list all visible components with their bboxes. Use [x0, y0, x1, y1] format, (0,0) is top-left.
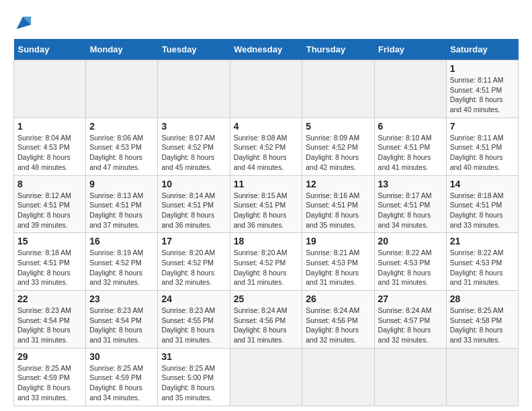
- calendar-cell: 17Sunrise: 8:20 AM Sunset: 4:52 PM Dayli…: [158, 233, 230, 291]
- calendar-cell: 2Sunrise: 8:06 AM Sunset: 4:53 PM Daylig…: [86, 118, 158, 175]
- day-detail: Sunrise: 8:22 AM Sunset: 4:53 PM Dayligh…: [450, 248, 515, 287]
- day-number: 2: [89, 121, 154, 132]
- calendar-cell: [374, 60, 446, 118]
- calendar-cell: [86, 60, 158, 118]
- day-detail: Sunrise: 8:22 AM Sunset: 4:53 PM Dayligh…: [378, 248, 443, 287]
- calendar-cell: 31Sunrise: 8:25 AM Sunset: 5:00 PM Dayli…: [158, 348, 230, 406]
- day-detail: Sunrise: 8:18 AM Sunset: 4:51 PM Dayligh…: [17, 248, 82, 287]
- day-detail: Sunrise: 8:20 AM Sunset: 4:52 PM Dayligh…: [234, 248, 299, 287]
- day-number: 1: [450, 63, 515, 74]
- day-number: 19: [306, 236, 370, 246]
- day-number: 28: [450, 293, 515, 304]
- day-detail: Sunrise: 8:11 AM Sunset: 4:51 PM Dayligh…: [450, 133, 515, 173]
- day-detail: Sunrise: 8:16 AM Sunset: 4:51 PM Dayligh…: [306, 191, 370, 230]
- day-detail: Sunrise: 8:06 AM Sunset: 4:53 PM Dayligh…: [89, 133, 154, 173]
- calendar-cell: 23Sunrise: 8:23 AM Sunset: 4:54 PM Dayli…: [86, 291, 158, 349]
- day-detail: Sunrise: 8:25 AM Sunset: 4:59 PM Dayligh…: [89, 363, 154, 403]
- calendar-cell: 20Sunrise: 8:22 AM Sunset: 4:53 PM Dayli…: [374, 233, 446, 291]
- day-number: 29: [17, 351, 82, 362]
- calendar-cell: 14Sunrise: 8:18 AM Sunset: 4:51 PM Dayli…: [446, 175, 518, 233]
- day-number: 4: [234, 121, 299, 132]
- day-detail: Sunrise: 8:25 AM Sunset: 4:59 PM Dayligh…: [17, 363, 82, 403]
- calendar-cell: 27Sunrise: 8:24 AM Sunset: 4:57 PM Dayli…: [374, 291, 446, 349]
- calendar-cell: 19Sunrise: 8:21 AM Sunset: 4:53 PM Dayli…: [302, 233, 374, 291]
- day-number: 12: [306, 179, 370, 189]
- day-detail: Sunrise: 8:15 AM Sunset: 4:51 PM Dayligh…: [234, 191, 299, 230]
- day-detail: Sunrise: 8:12 AM Sunset: 4:51 PM Dayligh…: [17, 191, 82, 230]
- calendar-cell: 12Sunrise: 8:16 AM Sunset: 4:51 PM Dayli…: [302, 175, 374, 233]
- day-detail: Sunrise: 8:04 AM Sunset: 4:53 PM Dayligh…: [17, 133, 82, 173]
- day-number: 23: [89, 293, 154, 304]
- calendar-cell: 1Sunrise: 8:11 AM Sunset: 4:51 PM Daylig…: [446, 60, 518, 118]
- day-number: 3: [161, 121, 226, 132]
- calendar-cell: 25Sunrise: 8:24 AM Sunset: 4:56 PM Dayli…: [230, 291, 302, 349]
- day-number: 25: [234, 293, 299, 304]
- calendar-cell: [230, 60, 302, 118]
- day-number: 26: [306, 293, 370, 304]
- day-number: 10: [161, 179, 226, 189]
- calendar-cell: [230, 348, 302, 406]
- day-detail: Sunrise: 8:21 AM Sunset: 4:53 PM Dayligh…: [306, 248, 370, 287]
- day-number: 5: [306, 121, 370, 132]
- calendar-cell: 1Sunrise: 8:04 AM Sunset: 4:53 PM Daylig…: [14, 118, 86, 175]
- calendar-cell: 10Sunrise: 8:14 AM Sunset: 4:51 PM Dayli…: [158, 175, 230, 233]
- header-friday: Friday: [374, 39, 446, 60]
- header-sunday: Sunday: [14, 39, 86, 60]
- calendar-cell: 28Sunrise: 8:25 AM Sunset: 4:58 PM Dayli…: [446, 291, 518, 349]
- day-number: 21: [450, 236, 515, 246]
- day-number: 22: [17, 293, 82, 304]
- day-number: 20: [378, 236, 443, 246]
- page-header: [13, 13, 519, 32]
- calendar-cell: 3Sunrise: 8:07 AM Sunset: 4:52 PM Daylig…: [158, 118, 230, 175]
- calendar-cell: 7Sunrise: 8:11 AM Sunset: 4:51 PM Daylig…: [446, 118, 518, 175]
- day-detail: Sunrise: 8:18 AM Sunset: 4:51 PM Dayligh…: [450, 191, 515, 230]
- day-detail: Sunrise: 8:08 AM Sunset: 4:52 PM Dayligh…: [234, 133, 299, 173]
- calendar-cell: [158, 60, 230, 118]
- day-number: 8: [17, 179, 82, 189]
- calendar-cell: [14, 60, 86, 118]
- day-number: 17: [161, 236, 226, 246]
- calendar-week-row: 15Sunrise: 8:18 AM Sunset: 4:51 PM Dayli…: [14, 233, 519, 291]
- header-tuesday: Tuesday: [158, 39, 230, 60]
- header-wednesday: Wednesday: [230, 39, 302, 60]
- day-number: 15: [17, 236, 82, 246]
- calendar-cell: 11Sunrise: 8:15 AM Sunset: 4:51 PM Dayli…: [230, 175, 302, 233]
- calendar-week-row: 29Sunrise: 8:25 AM Sunset: 4:59 PM Dayli…: [14, 348, 519, 406]
- calendar-cell: 15Sunrise: 8:18 AM Sunset: 4:51 PM Dayli…: [14, 233, 86, 291]
- calendar-cell: 18Sunrise: 8:20 AM Sunset: 4:52 PM Dayli…: [230, 233, 302, 291]
- calendar-cell: 5Sunrise: 8:09 AM Sunset: 4:52 PM Daylig…: [302, 118, 374, 175]
- calendar-week-row: 1Sunrise: 8:04 AM Sunset: 4:53 PM Daylig…: [14, 118, 519, 175]
- day-detail: Sunrise: 8:25 AM Sunset: 5:00 PM Dayligh…: [161, 363, 226, 403]
- calendar-cell: 4Sunrise: 8:08 AM Sunset: 4:52 PM Daylig…: [230, 118, 302, 175]
- day-number: 14: [450, 179, 515, 189]
- day-detail: Sunrise: 8:23 AM Sunset: 4:54 PM Dayligh…: [89, 306, 154, 345]
- calendar-cell: 24Sunrise: 8:23 AM Sunset: 4:55 PM Dayli…: [158, 291, 230, 349]
- day-number: 16: [89, 236, 154, 246]
- day-detail: Sunrise: 8:07 AM Sunset: 4:52 PM Dayligh…: [161, 133, 226, 173]
- calendar-week-row: 8Sunrise: 8:12 AM Sunset: 4:51 PM Daylig…: [14, 175, 519, 233]
- day-number: 6: [378, 121, 443, 132]
- day-detail: Sunrise: 8:20 AM Sunset: 4:52 PM Dayligh…: [161, 248, 226, 287]
- calendar-week-row: 22Sunrise: 8:23 AM Sunset: 4:54 PM Dayli…: [14, 291, 519, 349]
- day-number: 11: [234, 179, 299, 189]
- day-detail: Sunrise: 8:19 AM Sunset: 4:52 PM Dayligh…: [89, 248, 154, 287]
- day-number: 9: [89, 179, 154, 189]
- day-number: 27: [378, 293, 443, 304]
- day-number: 13: [378, 179, 443, 189]
- calendar-cell: 26Sunrise: 8:24 AM Sunset: 4:56 PM Dayli…: [302, 291, 374, 349]
- day-number: 1: [17, 121, 82, 132]
- day-number: 30: [89, 351, 154, 362]
- header-thursday: Thursday: [302, 39, 374, 60]
- calendar-cell: 6Sunrise: 8:10 AM Sunset: 4:51 PM Daylig…: [374, 118, 446, 175]
- day-detail: Sunrise: 8:24 AM Sunset: 4:57 PM Dayligh…: [378, 306, 443, 345]
- calendar-week-row: 1Sunrise: 8:11 AM Sunset: 4:51 PM Daylig…: [14, 60, 519, 118]
- calendar-cell: 16Sunrise: 8:19 AM Sunset: 4:52 PM Dayli…: [86, 233, 158, 291]
- day-detail: Sunrise: 8:23 AM Sunset: 4:55 PM Dayligh…: [161, 306, 226, 345]
- logo: [13, 13, 34, 32]
- calendar-cell: [374, 348, 446, 406]
- calendar-header-row: SundayMondayTuesdayWednesdayThursdayFrid…: [14, 39, 519, 60]
- day-detail: Sunrise: 8:24 AM Sunset: 4:56 PM Dayligh…: [234, 306, 299, 345]
- calendar-cell: 30Sunrise: 8:25 AM Sunset: 4:59 PM Dayli…: [86, 348, 158, 406]
- calendar-cell: 21Sunrise: 8:22 AM Sunset: 4:53 PM Dayli…: [446, 233, 518, 291]
- header-saturday: Saturday: [446, 39, 518, 60]
